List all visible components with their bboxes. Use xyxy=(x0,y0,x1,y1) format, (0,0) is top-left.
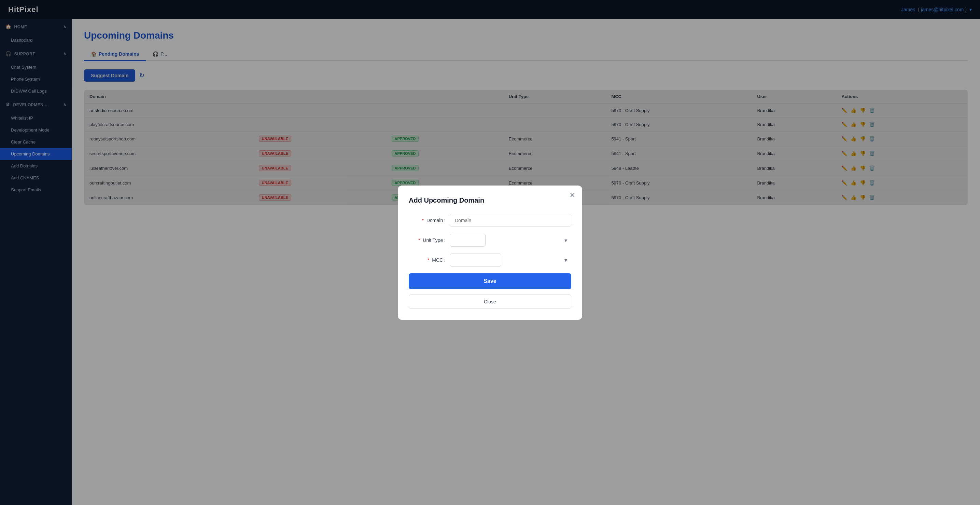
mcc-label: * MCC : xyxy=(409,257,450,263)
unit-type-select-wrapper: Ecommerce xyxy=(450,234,571,247)
domain-label: * Domain : xyxy=(409,218,450,223)
close-modal-button[interactable]: Close xyxy=(409,295,571,309)
mcc-field-group: * MCC : 5970 - Craft Supply 5941 - Sport… xyxy=(409,253,571,266)
mcc-select-wrapper: 5970 - Craft Supply 5941 - Sport 5948 - … xyxy=(450,253,571,266)
domain-input[interactable] xyxy=(450,214,571,227)
modal-title: Add Upcoming Domain xyxy=(409,196,571,204)
modal-overlay: Add Upcoming Domain ✕ * Domain : * Unit … xyxy=(0,0,980,505)
mcc-select[interactable]: 5970 - Craft Supply 5941 - Sport 5948 - … xyxy=(450,253,501,266)
unit-type-select[interactable]: Ecommerce xyxy=(450,234,485,247)
save-button[interactable]: Save xyxy=(409,273,571,289)
unit-type-label: * Unit Type : xyxy=(409,237,450,243)
modal-close-button[interactable]: ✕ xyxy=(570,191,575,199)
unit-type-field-group: * Unit Type : Ecommerce xyxy=(409,234,571,247)
add-upcoming-domain-modal: Add Upcoming Domain ✕ * Domain : * Unit … xyxy=(398,186,582,320)
domain-field-group: * Domain : xyxy=(409,214,571,227)
